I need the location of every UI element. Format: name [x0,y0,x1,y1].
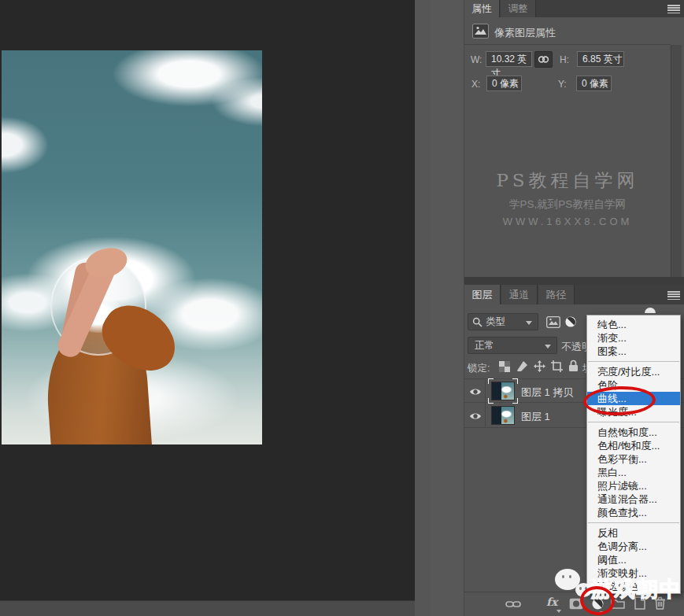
layer-name[interactable]: 图层 1 [521,410,550,424]
site-watermark: PS教程自学网 学PS,就到PS教程自学网 WWW.16XX8.COM [464,168,671,227]
menu-item-channel-mixer[interactable]: 通道混合器... [587,492,680,506]
lock-label: 锁定: [468,362,490,375]
layer-filter-dropdown[interactable]: 类型 [468,313,538,330]
chevron-down-icon [526,321,532,325]
width-label: W: [471,54,482,65]
selection-corners [488,378,518,404]
menu-item-brightness-contrast[interactable]: 亮度/对比度... [587,365,680,378]
site-watermark-subtitle: 学PS,就到PS教程自学网 [464,197,671,212]
lock-pixels-brush-icon[interactable] [516,360,528,372]
filter-type-label: 类型 [486,316,505,327]
tab-adjustments[interactable]: 调整 [501,0,536,17]
x-field[interactable]: 0 像素 [486,76,522,91]
menu-separator [588,422,679,422]
panel-dock-gutter [431,0,464,616]
link-dimensions-button[interactable] [534,51,553,68]
site-watermark-title: PS教程自学网 [464,168,671,193]
y-field[interactable]: 0 像素 [576,76,612,91]
menu-separator [588,522,679,523]
tab-layers[interactable]: 图层 [464,285,501,304]
link-layers-icon[interactable] [505,599,521,609]
layer-style-fx-icon[interactable]: fx [546,596,557,608]
menu-item-threshold[interactable]: 阈值... [587,553,680,566]
layers-tabbar: 图层 通道 路径 [464,285,684,304]
filter-image-icon[interactable] [546,316,560,328]
properties-panel: 属性 调整 像素图层属性 W: 10.32 英寸 H: 6.85 英寸 X: 0… [464,0,684,277]
menu-item-pattern[interactable]: 图案... [587,345,680,358]
properties-scrollbar[interactable] [671,45,682,277]
height-field[interactable]: 6.85 英寸 [577,51,624,67]
canvas-horizontal-scrollbar[interactable] [0,600,415,616]
menu-item-color-balance[interactable]: 色彩平衡... [587,452,680,466]
properties-body: 像素图层属性 W: 10.32 英寸 H: 6.85 英寸 X: 0 像素 Y:… [464,17,684,277]
panel-menu-icon[interactable] [667,291,680,300]
menu-item-photo-filter[interactable]: 照片滤镜... [587,479,680,492]
visibility-cell[interactable] [464,404,486,428]
eye-icon[interactable] [469,387,482,397]
document-canvas[interactable] [0,0,415,616]
menu-item-color-lookup[interactable]: 颜色查找... [587,506,680,519]
photoshop-window: 属性 调整 像素图层属性 W: 10.32 英寸 H: 6.85 英寸 X: 0… [0,0,684,616]
lock-transparency-icon[interactable] [499,361,510,372]
properties-header-title: 像素图层属性 [494,26,556,40]
blend-mode-dropdown[interactable]: 正常 [468,337,557,354]
layer-thumbnail[interactable] [491,406,515,425]
y-label: Y: [558,79,567,90]
visibility-cell[interactable] [464,379,486,404]
x-label: X: [471,79,480,90]
blend-mode-value: 正常 [475,340,494,351]
menu-item-posterize[interactable]: 色调分离... [587,540,680,553]
menu-item-solid-color[interactable]: 纯色... [587,318,680,331]
photo-image [2,50,262,444]
properties-tabbar: 属性 调整 [464,0,684,17]
lock-position-move-icon[interactable] [534,360,545,372]
tab-properties[interactable]: 属性 [464,0,500,17]
adjustment-layer-menu: 纯色... 渐变... 图案... 亮度/对比度... 色阶... 曲线... … [586,315,681,594]
width-field[interactable]: 10.32 英寸 [486,51,532,67]
chevron-down-icon [556,610,561,613]
panel-divider[interactable] [464,277,684,285]
menu-item-hue-saturation[interactable]: 色相/饱和度... [587,439,680,452]
panel-menu-icon[interactable] [667,5,680,13]
menu-item-vibrance[interactable]: 自然饱和度... [587,426,680,439]
tab-channels[interactable]: 通道 [501,285,538,304]
menu-item-black-white[interactable]: 黑白... [587,466,680,479]
lock-all-icon[interactable] [568,360,579,372]
search-icon [472,317,482,327]
partially-hidden-icon [645,308,656,313]
menu-separator [588,361,679,362]
site-watermark-url: WWW.16XX8.COM [464,216,671,227]
divider [464,44,671,45]
tab-paths[interactable]: 路径 [538,285,575,304]
menu-item-invert[interactable]: 反相 [587,526,680,540]
menu-item-gradient[interactable]: 渐变... [587,331,680,345]
pixel-layer-icon [472,24,489,39]
filter-adjustment-icon[interactable] [564,315,577,328]
height-label: H: [560,54,569,65]
lock-artboard-icon[interactable] [551,360,563,372]
eye-icon[interactable] [469,411,482,421]
chevron-down-icon [545,345,551,349]
layer-thumbnail[interactable] [491,382,515,400]
layer-name[interactable]: 图层 1 拷贝 [521,385,573,400]
layer-thumbnail-image [491,406,515,425]
